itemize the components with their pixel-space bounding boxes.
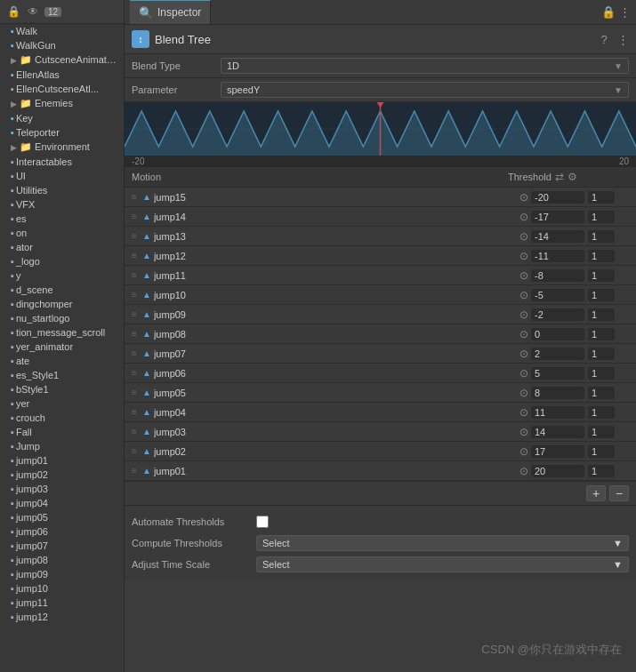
sidebar-item[interactable]: ▪tion_message_scroll [0,325,124,340]
target-btn[interactable]: ⊙ [517,308,531,322]
table-row[interactable]: ≡ ▲ jump04 ⊙ [125,403,636,422]
sidebar-item[interactable]: ▪es [0,212,124,226]
weight-input[interactable] [588,211,615,223]
weight-input[interactable] [588,328,615,340]
threshold-input[interactable] [531,406,584,419]
weight-input[interactable] [588,269,615,282]
target-btn[interactable]: ⊙ [517,268,531,283]
target-btn[interactable]: ⊙ [517,288,531,302]
threshold-input[interactable] [531,269,584,282]
target-btn[interactable]: ⊙ [517,425,531,439]
sidebar-item[interactable]: ▪jump01 [0,453,124,468]
target-btn[interactable]: ⊙ [517,210,531,224]
sidebar-item[interactable]: ▪EllenAtlas [0,68,124,82]
sidebar-item[interactable]: ▪jump08 [0,553,124,567]
sidebar-item[interactable]: ▪jump10 [0,581,124,596]
table-row[interactable]: ≡ ▲ jump10 ⊙ [125,285,636,305]
table-row[interactable]: ≡ ▲ jump07 ⊙ [125,344,636,364]
sidebar-item[interactable]: ▪d_scene [0,283,124,297]
weight-input[interactable] [588,387,615,399]
add-motion-btn[interactable]: + [586,485,606,501]
target-btn[interactable]: ⊙ [517,327,531,341]
table-row[interactable]: ≡ ▲ jump05 ⊙ [125,383,636,403]
table-row[interactable]: ≡ ▲ jump15 ⊙ [125,188,636,207]
threshold-input[interactable] [531,426,584,438]
weight-input[interactable] [588,367,615,380]
sidebar-item[interactable]: ▪bStyle1 [0,382,124,396]
target-btn[interactable]: ⊙ [517,229,531,244]
more-options-btn[interactable]: ⋮ [619,5,631,19]
sidebar-item[interactable]: ▪jump09 [0,567,124,581]
table-row[interactable]: ≡ ▲ jump11 ⊙ [125,266,636,285]
sidebar-item[interactable]: ▶ 📁 Enemies [0,96,124,111]
sidebar-item[interactable]: ▪y [0,268,124,283]
sidebar-item[interactable]: ▪Utilities [0,183,124,197]
sidebar-eye-btn[interactable]: 👁 [25,4,41,20]
sidebar-item[interactable]: ▪jump11 [0,596,124,610]
table-row[interactable]: ≡ ▲ jump12 ⊙ [125,246,636,266]
threshold-input[interactable] [531,465,584,477]
tab-inspector[interactable]: 🔍 Inspector [130,0,211,24]
sidebar-item[interactable]: ▪EllenCutsceneAtl... [0,82,124,96]
help-button[interactable]: ? [596,31,612,47]
sort-icon[interactable]: ⇄ [555,171,564,183]
sidebar-item[interactable]: ▪nu_startlogo [0,311,124,325]
table-row[interactable]: ≡ ▲ jump13 ⊙ [125,227,636,246]
sidebar-item[interactable]: ▪Walk [0,24,124,38]
blend-type-dropdown[interactable]: 1D ▼ [221,58,629,74]
sidebar-item[interactable]: ▪Fall [0,425,124,439]
sidebar-item[interactable]: ▪jump03 [0,482,124,496]
table-row[interactable]: ≡ ▲ jump14 ⊙ [125,207,636,227]
settings-icon[interactable]: ⚙ [568,171,577,183]
threshold-input[interactable] [531,367,584,380]
target-btn[interactable]: ⊙ [517,444,531,459]
weight-input[interactable] [588,426,615,438]
weight-input[interactable] [588,308,615,321]
weight-input[interactable] [588,289,615,301]
sidebar-item[interactable]: ▪ate [0,354,124,368]
weight-input[interactable] [588,406,615,419]
threshold-input[interactable] [531,230,584,243]
sidebar-item[interactable]: ▪jump07 [0,539,124,553]
remove-motion-btn[interactable]: − [609,485,629,501]
weight-input[interactable] [588,465,615,477]
compute-thresholds-dropdown[interactable]: Select ▼ [256,535,629,551]
threshold-input[interactable] [531,348,584,360]
sidebar-item[interactable]: ▶ 📁 CutsceneAnimati... [0,52,124,68]
sidebar-item[interactable]: ▪_logo [0,254,124,268]
target-btn[interactable]: ⊙ [517,190,531,204]
threshold-input[interactable] [531,250,584,262]
sidebar-item[interactable]: ▪dingchomper [0,297,124,311]
blend-more-btn[interactable]: ⋮ [617,33,629,46]
threshold-input[interactable] [531,308,584,321]
sidebar-item[interactable]: ▪es_Style1 [0,368,124,382]
sidebar-item[interactable]: ▪on [0,226,124,240]
sidebar-item[interactable]: ▪UI [0,169,124,183]
sidebar-item[interactable]: ▪jump04 [0,496,124,510]
sidebar-item[interactable]: ▪crouch [0,411,124,425]
threshold-input[interactable] [531,387,584,399]
target-btn[interactable]: ⊙ [517,249,531,263]
sidebar-lock-btn[interactable]: 🔒 [5,4,21,20]
sidebar-item[interactable]: ▪jump12 [0,610,124,624]
threshold-input[interactable] [531,445,584,458]
weight-input[interactable] [588,250,615,262]
sidebar-item[interactable]: ▪ator [0,240,124,254]
adjust-time-scale-dropdown[interactable]: Select ▼ [256,556,629,572]
sidebar-item[interactable]: ▶ 📁 Environment [0,140,124,155]
weight-input[interactable] [588,191,615,204]
sidebar-item[interactable]: ▪jump05 [0,510,124,524]
sidebar-item[interactable]: ▪yer [0,396,124,411]
threshold-input[interactable] [531,289,584,301]
table-row[interactable]: ≡ ▲ jump03 ⊙ [125,422,636,442]
sidebar-item[interactable]: ▪Teleporter [0,125,124,140]
lock-btn[interactable]: 🔒 [601,5,616,19]
weight-input[interactable] [588,348,615,360]
table-row[interactable]: ≡ ▲ jump02 ⊙ [125,442,636,461]
table-row[interactable]: ≡ ▲ jump08 ⊙ [125,324,636,344]
target-btn[interactable]: ⊙ [517,464,531,478]
threshold-input[interactable] [531,191,584,204]
weight-input[interactable] [588,230,615,243]
target-btn[interactable]: ⊙ [517,405,531,420]
sidebar-item[interactable]: ▪WalkGun [0,38,124,52]
